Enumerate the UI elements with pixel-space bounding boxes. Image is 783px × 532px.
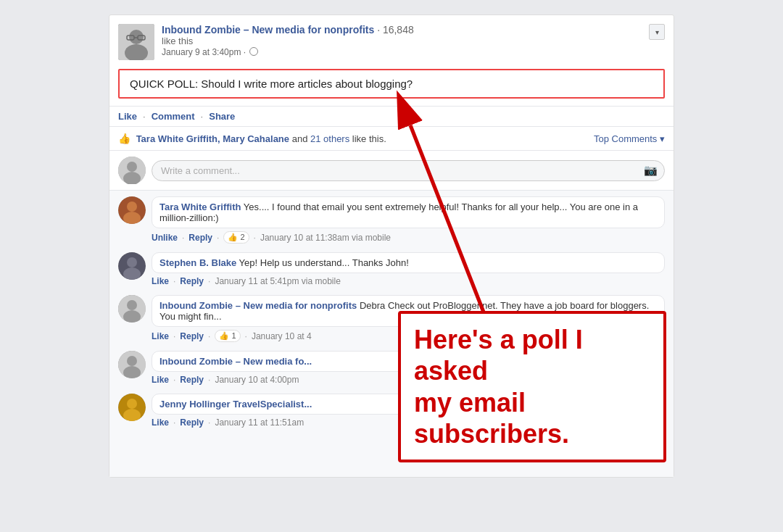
comment-avatar-4: [118, 394, 146, 421]
post-header: Inbound Zombie – New media for nonprofit…: [109, 15, 674, 66]
like-suffix: like this.: [352, 133, 386, 144]
comment-item: Stephen B. Blake Yep! Help us understand…: [118, 252, 665, 286]
action-bar: Like · Comment · Share: [109, 106, 674, 127]
comment-avatar-3: [118, 351, 146, 378]
like-count-2: 👍 1: [215, 330, 240, 342]
avatar-image: [118, 24, 154, 60]
others-count[interactable]: 21 others: [310, 133, 349, 144]
and-text: and: [292, 133, 310, 144]
page-name[interactable]: Inbound Zombie – New media for nonprofit…: [162, 24, 374, 36]
comment-author-4[interactable]: Jenny Hollinger TravelSpecialist...: [160, 399, 312, 410]
comment-author-1[interactable]: Stephen B. Blake: [160, 257, 236, 268]
page-name-line: Inbound Zombie – New media for nonprofit…: [162, 24, 665, 36]
comment-timestamp-3: January 10 at 4:00pm: [215, 375, 299, 385]
sep1: ·: [143, 111, 146, 122]
comment-author-0[interactable]: Tara White Griffith: [160, 201, 241, 212]
likes-text: 👍 Tara White Griffith, Mary Cahalane and…: [118, 133, 386, 144]
comment-author-3[interactable]: Inbound Zombie – New media fo...: [160, 356, 312, 367]
comment-like-4[interactable]: Like: [152, 417, 169, 428]
svg-point-19: [127, 356, 137, 366]
svg-point-7: [127, 162, 137, 172]
comment-like-3[interactable]: Like: [152, 375, 169, 385]
like-count-0: 👍 2: [223, 231, 249, 244]
comment-avatar-1: [118, 252, 146, 280]
comment-reply-4[interactable]: Reply: [180, 417, 204, 428]
comment-timestamp-0: January 10 at 11:38am via mobile: [260, 233, 391, 243]
comment-author-2[interactable]: Inbound Zombie – New media for nonprofit…: [160, 300, 357, 311]
comment-input[interactable]: Write a comment...: [152, 160, 665, 181]
comment-like-1[interactable]: Like: [152, 276, 169, 286]
like-action[interactable]: Like: [118, 111, 137, 122]
comment-actions-0: Unlike · Reply · 👍 2 · January 10 at 11:…: [152, 231, 665, 244]
thumb-icon: 👍: [118, 133, 130, 144]
comment-placeholder: Write a comment...: [161, 165, 240, 176]
comment-actions-1: Like · Reply · January 11 at 5:41pm via …: [152, 276, 665, 286]
share-action[interactable]: Share: [209, 111, 235, 122]
like-text: like this: [162, 36, 665, 46]
comment-avatar-2: [118, 295, 146, 323]
likes-count: · 16,848: [377, 24, 414, 36]
svg-point-16: [127, 300, 137, 310]
facebook-post: Inbound Zombie – New media for nonprofit…: [109, 14, 674, 478]
svg-point-22: [127, 399, 137, 409]
likers-names[interactable]: Tara White Griffith, Mary Cahalane: [136, 133, 289, 144]
page-avatar: [118, 24, 154, 60]
comment-avatar-0: [118, 196, 146, 224]
top-comments-dropdown[interactable]: Top Comments ▾: [594, 133, 665, 144]
camera-icon: 📷: [644, 164, 658, 177]
globe-icon: [249, 47, 258, 56]
comment-body-1: Stephen B. Blake Yep! Help us understand…: [152, 252, 665, 273]
annotation-box: Here's a poll I asked my email subscribe…: [398, 311, 666, 462]
post-meta: Inbound Zombie – New media for nonprofit…: [162, 24, 665, 57]
comment-reply-0[interactable]: Reply: [188, 233, 212, 243]
action-links: Like · Comment · Share: [118, 111, 665, 122]
comment-input-row: Write a comment... 📷: [109, 151, 674, 191]
poll-text: QUICK POLL: Should I write more articles…: [130, 78, 413, 90]
comment-timestamp-1: January 11 at 5:41pm via mobile: [215, 276, 340, 286]
comment-reply-3[interactable]: Reply: [180, 375, 204, 385]
commenter-avatar: [118, 157, 146, 184]
post-dropdown-button[interactable]: ▾: [649, 24, 665, 40]
comment-item: Tara White Griffith Yes.... I found that…: [118, 196, 665, 244]
svg-point-13: [127, 257, 137, 267]
comment-input-wrap: Write a comment... 📷: [152, 160, 665, 181]
comment-reply-2[interactable]: Reply: [180, 331, 204, 341]
comment-action[interactable]: Comment: [152, 111, 195, 122]
comment-text-1: Yep! Help us understand... Thanks John!: [239, 257, 409, 268]
post-timestamp: January 9 at 3:40pm ·: [162, 46, 665, 57]
poll-text-box: QUICK POLL: Should I write more articles…: [118, 69, 665, 99]
comment-like-2[interactable]: Like: [152, 331, 169, 341]
comment-reply-1[interactable]: Reply: [180, 276, 204, 286]
comment-timestamp-2: January 10 at 4: [252, 331, 312, 341]
sep2: ·: [201, 111, 204, 122]
comment-timestamp-4: January 11 at 11:51am: [215, 417, 304, 428]
svg-point-10: [127, 201, 137, 212]
svg-point-1: [129, 30, 144, 44]
comment-unlike-0[interactable]: Unlike: [152, 233, 178, 243]
annotation-text: Here's a poll I asked my email subscribe…: [414, 324, 650, 449]
comment-body-0: Tara White Griffith Yes.... I found that…: [152, 196, 665, 228]
likes-bar: 👍 Tara White Griffith, Mary Cahalane and…: [109, 127, 674, 151]
